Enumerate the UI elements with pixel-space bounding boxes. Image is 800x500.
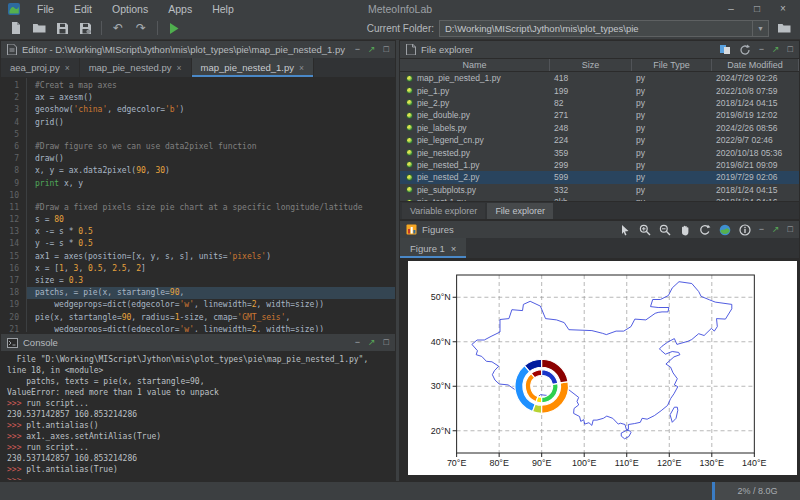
- figures-title: Figures: [422, 224, 614, 235]
- table-row[interactable]: pie_labels.py248py2024/2/26 08:56: [400, 122, 799, 134]
- table-row[interactable]: pie_nested_2.py599py2019/7/29 02:06: [400, 171, 799, 183]
- file-name-cell: pie_nested_1.py: [400, 160, 550, 170]
- panel-minimize-icon[interactable]: −: [355, 45, 360, 54]
- code-token: s =: [35, 215, 54, 224]
- meteoinfolab-window: FileEditOptionsAppsHelp MeteoInfoLab – □…: [0, 0, 800, 500]
- zoom-in-tool-icon[interactable]: [639, 224, 651, 236]
- undo-button[interactable]: ↶: [108, 19, 128, 38]
- folder-dropdown-button[interactable]: ▾: [752, 21, 768, 36]
- table-row[interactable]: pie_legend_cn.py224py2022/9/7 02:46: [400, 134, 799, 146]
- file-name-cell: pie_2.py: [400, 98, 550, 108]
- pointer-tool-icon[interactable]: [619, 224, 631, 236]
- editor-header: Editor - D:\Working\MIScript\Jython\mis\…: [1, 41, 395, 58]
- menu-item-help[interactable]: Help: [203, 2, 243, 16]
- line-number: 12: [1, 214, 26, 226]
- maximize-button[interactable]: □: [744, 1, 770, 17]
- new-file-button[interactable]: [6, 19, 26, 38]
- panel-maximize-icon[interactable]: □: [384, 338, 389, 347]
- browse-folder-button[interactable]: [774, 19, 794, 38]
- explorer-tab-active[interactable]: File explorer: [487, 203, 553, 219]
- save-button[interactable]: [52, 19, 72, 38]
- column-header[interactable]: File Type: [632, 59, 712, 71]
- table-row[interactable]: pie_double.py271py2019/6/19 12:02: [400, 109, 799, 121]
- line-number: 19: [1, 299, 26, 311]
- table-row[interactable]: map_pie_nested_1.py418py2024/7/29 02:26: [400, 72, 799, 84]
- file-type-cell: py: [632, 123, 712, 133]
- figure-canvas[interactable]: 70°E80°E90°E100°E110°E120°E130°E140°E20°…: [408, 261, 797, 475]
- current-folder-input[interactable]: [440, 21, 752, 36]
- explorer-tab-inactive[interactable]: Variable explorer: [402, 203, 485, 219]
- panel-maximize-icon[interactable]: □: [788, 225, 793, 234]
- current-folder-group: Current Folder: ▾: [367, 19, 794, 38]
- code-token: x, y = ax.data2pixel(: [35, 166, 136, 175]
- line-number: 18: [1, 287, 26, 299]
- open-folder-icon: [33, 23, 46, 33]
- editor-icon: [7, 44, 17, 55]
- refresh-icon[interactable]: [739, 44, 751, 56]
- column-header[interactable]: Name: [400, 59, 550, 71]
- file-table: map_pie_nested_1.py418py2024/7/29 02:26p…: [400, 72, 799, 201]
- file-name: pie_1.py: [417, 86, 449, 96]
- line-number: 20: [1, 312, 26, 324]
- table-row[interactable]: pie_2.py82py2018/1/24 04:15: [400, 97, 799, 109]
- table-row[interactable]: pie_1.py199py2022/10/8 07:59: [400, 84, 799, 96]
- editor-tab-label: map_pie_nested_1.py: [201, 62, 295, 73]
- menu-item-edit[interactable]: Edit: [65, 2, 101, 16]
- panel-maximize-icon[interactable]: □: [384, 45, 389, 54]
- close-icon[interactable]: ×: [299, 63, 304, 73]
- panel-minimize-icon[interactable]: −: [759, 45, 764, 54]
- open-file-button[interactable]: [29, 19, 49, 38]
- figure-tab[interactable]: Figure 1 ×: [400, 238, 466, 258]
- file-name-cell: pie_double.py: [400, 110, 550, 120]
- menu-item-options[interactable]: Options: [103, 2, 157, 16]
- compare-files-icon[interactable]: [719, 44, 731, 55]
- code-token: 'b': [165, 105, 179, 114]
- file-size-cell: 199: [550, 86, 632, 96]
- editor-tab[interactable]: map_pie_nested_1.py×: [192, 58, 314, 77]
- column-header[interactable]: Size: [550, 59, 632, 71]
- file-name-cell: pie_labels.py: [400, 123, 550, 133]
- table-row[interactable]: pie_subplots.py332py2018/1/24 04:15: [400, 184, 799, 196]
- py-file-icon: [406, 174, 413, 181]
- menu-item-file[interactable]: File: [28, 2, 63, 16]
- code-token: 'w': [180, 300, 194, 309]
- file-date-cell: 2022/9/7 02:46: [712, 135, 799, 145]
- code-area[interactable]: 123456789101112131415161718192021 #Creat…: [1, 78, 395, 332]
- full-extent-globe-icon[interactable]: [719, 224, 731, 236]
- save-all-button[interactable]: [75, 19, 95, 38]
- panel-minimize-icon[interactable]: −: [355, 338, 360, 347]
- table-row[interactable]: pie_nested.py359py2020/10/18 05:36: [400, 146, 799, 158]
- panel-float-icon[interactable]: ↗: [368, 45, 376, 54]
- minimize-button[interactable]: –: [718, 1, 744, 17]
- close-icon[interactable]: ×: [65, 63, 70, 73]
- console-output[interactable]: File "D:\Working\MIScript\Jython\mis\plo…: [1, 351, 395, 480]
- column-header[interactable]: Date Modified: [712, 59, 799, 71]
- close-icon[interactable]: ×: [451, 243, 457, 254]
- line-number: 15: [1, 251, 26, 263]
- table-row[interactable]: pie_nested_1.py299py2019/6/21 09:09: [400, 159, 799, 171]
- pan-tool-icon[interactable]: [679, 224, 691, 236]
- close-button[interactable]: ×: [770, 1, 796, 17]
- run-script-button[interactable]: [164, 19, 184, 38]
- panel-minimize-icon[interactable]: −: [759, 225, 764, 234]
- panel-maximize-icon[interactable]: □: [788, 45, 793, 54]
- panel-float-icon[interactable]: ↗: [772, 45, 780, 54]
- panel-float-icon[interactable]: ↗: [772, 225, 780, 234]
- redo-button[interactable]: ↷: [131, 19, 151, 38]
- code-token: ,: [64, 264, 74, 273]
- menu-item-apps[interactable]: Apps: [159, 2, 201, 16]
- zoom-out-tool-icon[interactable]: [659, 224, 671, 236]
- line-number: 4: [1, 117, 26, 129]
- console-line: 230.537142857 160.853214286: [7, 453, 395, 464]
- code-token: , radius=: [131, 313, 174, 322]
- rotate-tool-icon[interactable]: [699, 224, 711, 236]
- figure-canvas-area[interactable]: 70°E80°E90°E100°E110°E120°E130°E140°E20°…: [400, 259, 799, 480]
- close-icon[interactable]: ×: [177, 63, 182, 73]
- editor-tab[interactable]: map_pie_nested.py×: [80, 58, 192, 77]
- line-number: 3: [1, 104, 26, 116]
- editor-tab[interactable]: aea_proj.py×: [1, 58, 80, 77]
- code-token: 0.5: [78, 227, 92, 236]
- identify-tool-icon[interactable]: [739, 224, 751, 236]
- panel-float-icon[interactable]: ↗: [368, 338, 376, 347]
- memory-indicator[interactable]: 2% / 8.0G: [712, 482, 800, 500]
